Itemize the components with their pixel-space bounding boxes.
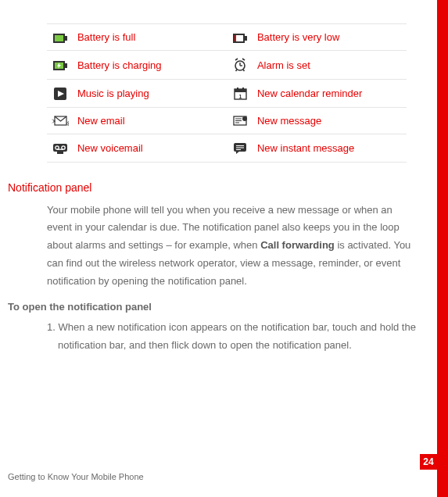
- icon-cell: [47, 51, 74, 80]
- svg-rect-21: [235, 89, 246, 92]
- document-page: 24 Battery is full Battery is: [0, 0, 448, 497]
- table-row: @ New email New message: [47, 107, 407, 134]
- battery-charging-icon: [53, 61, 67, 70]
- svg-text:1: 1: [238, 93, 242, 98]
- icon-cell: 1: [227, 80, 254, 108]
- icon-label: New email: [74, 107, 227, 134]
- svg-line-17: [243, 70, 245, 71]
- para-text-bold: Call forwarding: [260, 239, 335, 251]
- new-email-icon: @: [52, 116, 69, 127]
- table-row: New voicemail New instant message: [47, 134, 407, 163]
- icon-label: Music is playing: [74, 80, 227, 108]
- svg-rect-22: [237, 88, 238, 91]
- icon-cell: [47, 80, 74, 108]
- svg-rect-6: [235, 35, 236, 41]
- svg-text:@: @: [66, 120, 69, 127]
- icon-cell: [47, 24, 74, 51]
- side-tab-bar: [437, 0, 448, 497]
- svg-line-15: [242, 59, 245, 60]
- icon-cell: @: [47, 107, 74, 134]
- music-playing-icon: [54, 88, 66, 100]
- icon-cell: [47, 134, 74, 163]
- icon-label: New calendar reminder: [254, 80, 407, 108]
- icon-label: New instant message: [254, 134, 407, 163]
- new-instant-message-icon: [233, 142, 247, 155]
- section-paragraph: Your mobile phone will tell you when you…: [47, 202, 417, 291]
- heading-text: Notification panel: [8, 181, 91, 194]
- new-message-icon: [232, 116, 248, 127]
- icon-cell: [227, 24, 254, 51]
- battery-full-icon: [53, 34, 67, 43]
- svg-rect-37: [57, 152, 63, 154]
- icon-label: New voicemail: [74, 134, 227, 163]
- battery-low-icon: [233, 34, 247, 43]
- icon-label: Battery is full: [74, 24, 227, 51]
- svg-rect-8: [65, 63, 67, 68]
- svg-line-14: [235, 59, 238, 60]
- step-text: When a new notification icon appears on …: [58, 321, 416, 351]
- new-voicemail-icon: [52, 143, 68, 154]
- page-number: 24: [420, 454, 437, 470]
- svg-line-16: [236, 70, 238, 71]
- section-heading-notification-panel: Notification panel: [8, 181, 448, 194]
- table-row: Battery is charging Alarm is set: [47, 51, 407, 80]
- svg-rect-23: [242, 88, 244, 91]
- icon-label: Battery is charging: [74, 51, 227, 80]
- icon-cell: [227, 51, 254, 80]
- status-icons-table: Battery is full Battery is very low: [47, 23, 407, 163]
- subsection-heading-open-panel: To open the notification panel: [8, 301, 448, 313]
- icon-label: Alarm is set: [254, 51, 407, 80]
- step-1: 1. When a new notification icon appears …: [47, 319, 417, 355]
- alarm-icon: [233, 58, 247, 72]
- icon-label: New message: [254, 107, 407, 134]
- svg-rect-2: [55, 35, 63, 41]
- table-row: Battery is full Battery is very low: [47, 24, 407, 51]
- table-row: Music is playing 1 New calendar reminder: [47, 80, 407, 108]
- svg-rect-1: [65, 36, 67, 41]
- icon-cell: [227, 107, 254, 134]
- calendar-reminder-icon: 1: [234, 88, 247, 100]
- svg-rect-4: [245, 36, 247, 41]
- svg-point-32: [242, 116, 247, 121]
- icon-label: Battery is very low: [254, 24, 407, 51]
- step-number: 1.: [47, 321, 58, 333]
- footer-chapter-title: Getting to Know Your Mobile Phone: [8, 472, 144, 481]
- icon-cell: [227, 134, 254, 163]
